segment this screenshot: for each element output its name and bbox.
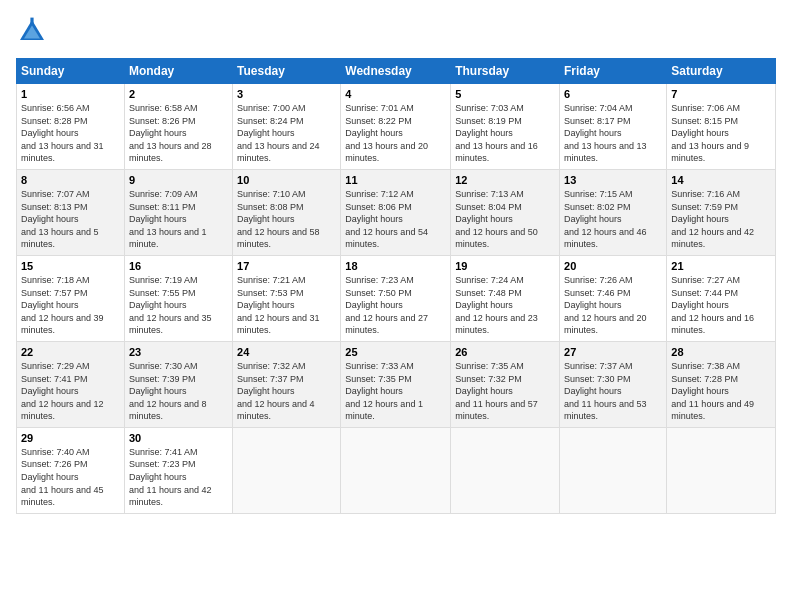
svg-rect-2: [30, 18, 33, 24]
column-header-monday: Monday: [124, 59, 232, 84]
empty-cell: [233, 427, 341, 513]
day-number: 1: [21, 88, 120, 100]
day-detail: Sunrise: 7:29 AMSunset: 7:41 PMDaylight …: [21, 361, 104, 421]
day-detail: Sunrise: 7:00 AMSunset: 8:24 PMDaylight …: [237, 103, 320, 163]
day-number: 15: [21, 260, 120, 272]
day-detail: Sunrise: 7:16 AMSunset: 7:59 PMDaylight …: [671, 189, 754, 249]
column-header-saturday: Saturday: [667, 59, 776, 84]
day-number: 9: [129, 174, 228, 186]
column-header-thursday: Thursday: [451, 59, 560, 84]
day-number: 25: [345, 346, 446, 358]
day-number: 5: [455, 88, 555, 100]
page: SundayMondayTuesdayWednesdayThursdayFrid…: [0, 0, 792, 612]
calendar-table: SundayMondayTuesdayWednesdayThursdayFrid…: [16, 58, 776, 514]
day-cell-26: 26 Sunrise: 7:35 AMSunset: 7:32 PMDaylig…: [451, 341, 560, 427]
day-number: 11: [345, 174, 446, 186]
week-row-4: 22 Sunrise: 7:29 AMSunset: 7:41 PMDaylig…: [17, 341, 776, 427]
day-detail: Sunrise: 7:15 AMSunset: 8:02 PMDaylight …: [564, 189, 647, 249]
day-number: 3: [237, 88, 336, 100]
day-cell-3: 3 Sunrise: 7:00 AMSunset: 8:24 PMDayligh…: [233, 84, 341, 170]
header-row: SundayMondayTuesdayWednesdayThursdayFrid…: [17, 59, 776, 84]
day-detail: Sunrise: 7:12 AMSunset: 8:06 PMDaylight …: [345, 189, 428, 249]
day-cell-10: 10 Sunrise: 7:10 AMSunset: 8:08 PMDaylig…: [233, 169, 341, 255]
day-detail: Sunrise: 7:01 AMSunset: 8:22 PMDaylight …: [345, 103, 428, 163]
day-detail: Sunrise: 7:09 AMSunset: 8:11 PMDaylight …: [129, 189, 207, 249]
logo: [16, 16, 52, 48]
empty-cell: [560, 427, 667, 513]
day-cell-20: 20 Sunrise: 7:26 AMSunset: 7:46 PMDaylig…: [560, 255, 667, 341]
day-cell-27: 27 Sunrise: 7:37 AMSunset: 7:30 PMDaylig…: [560, 341, 667, 427]
day-detail: Sunrise: 7:04 AMSunset: 8:17 PMDaylight …: [564, 103, 647, 163]
day-number: 30: [129, 432, 228, 444]
day-detail: Sunrise: 7:24 AMSunset: 7:48 PMDaylight …: [455, 275, 538, 335]
day-detail: Sunrise: 7:03 AMSunset: 8:19 PMDaylight …: [455, 103, 538, 163]
day-number: 26: [455, 346, 555, 358]
day-number: 28: [671, 346, 771, 358]
day-cell-14: 14 Sunrise: 7:16 AMSunset: 7:59 PMDaylig…: [667, 169, 776, 255]
day-cell-6: 6 Sunrise: 7:04 AMSunset: 8:17 PMDayligh…: [560, 84, 667, 170]
day-number: 13: [564, 174, 662, 186]
day-cell-11: 11 Sunrise: 7:12 AMSunset: 8:06 PMDaylig…: [341, 169, 451, 255]
day-cell-13: 13 Sunrise: 7:15 AMSunset: 8:02 PMDaylig…: [560, 169, 667, 255]
empty-cell: [341, 427, 451, 513]
day-number: 24: [237, 346, 336, 358]
day-detail: Sunrise: 7:07 AMSunset: 8:13 PMDaylight …: [21, 189, 99, 249]
day-cell-4: 4 Sunrise: 7:01 AMSunset: 8:22 PMDayligh…: [341, 84, 451, 170]
day-detail: Sunrise: 7:06 AMSunset: 8:15 PMDaylight …: [671, 103, 749, 163]
day-detail: Sunrise: 7:27 AMSunset: 7:44 PMDaylight …: [671, 275, 754, 335]
day-detail: Sunrise: 7:19 AMSunset: 7:55 PMDaylight …: [129, 275, 212, 335]
day-number: 2: [129, 88, 228, 100]
day-cell-18: 18 Sunrise: 7:23 AMSunset: 7:50 PMDaylig…: [341, 255, 451, 341]
day-detail: Sunrise: 6:56 AMSunset: 8:28 PMDaylight …: [21, 103, 104, 163]
day-number: 8: [21, 174, 120, 186]
day-number: 4: [345, 88, 446, 100]
day-number: 14: [671, 174, 771, 186]
day-cell-16: 16 Sunrise: 7:19 AMSunset: 7:55 PMDaylig…: [124, 255, 232, 341]
day-detail: Sunrise: 7:32 AMSunset: 7:37 PMDaylight …: [237, 361, 315, 421]
week-row-2: 8 Sunrise: 7:07 AMSunset: 8:13 PMDayligh…: [17, 169, 776, 255]
day-number: 29: [21, 432, 120, 444]
day-cell-5: 5 Sunrise: 7:03 AMSunset: 8:19 PMDayligh…: [451, 84, 560, 170]
week-row-1: 1 Sunrise: 6:56 AMSunset: 8:28 PMDayligh…: [17, 84, 776, 170]
day-number: 6: [564, 88, 662, 100]
day-detail: Sunrise: 7:21 AMSunset: 7:53 PMDaylight …: [237, 275, 320, 335]
day-cell-7: 7 Sunrise: 7:06 AMSunset: 8:15 PMDayligh…: [667, 84, 776, 170]
day-number: 23: [129, 346, 228, 358]
day-detail: Sunrise: 7:18 AMSunset: 7:57 PMDaylight …: [21, 275, 104, 335]
day-detail: Sunrise: 7:37 AMSunset: 7:30 PMDaylight …: [564, 361, 647, 421]
day-cell-22: 22 Sunrise: 7:29 AMSunset: 7:41 PMDaylig…: [17, 341, 125, 427]
column-header-wednesday: Wednesday: [341, 59, 451, 84]
day-number: 20: [564, 260, 662, 272]
week-row-3: 15 Sunrise: 7:18 AMSunset: 7:57 PMDaylig…: [17, 255, 776, 341]
logo-icon: [16, 16, 48, 48]
day-cell-2: 2 Sunrise: 6:58 AMSunset: 8:26 PMDayligh…: [124, 84, 232, 170]
day-number: 22: [21, 346, 120, 358]
day-cell-1: 1 Sunrise: 6:56 AMSunset: 8:28 PMDayligh…: [17, 84, 125, 170]
day-detail: Sunrise: 7:23 AMSunset: 7:50 PMDaylight …: [345, 275, 428, 335]
day-detail: Sunrise: 7:35 AMSunset: 7:32 PMDaylight …: [455, 361, 538, 421]
day-detail: Sunrise: 7:13 AMSunset: 8:04 PMDaylight …: [455, 189, 538, 249]
day-detail: Sunrise: 7:41 AMSunset: 7:23 PMDaylight …: [129, 447, 212, 507]
day-detail: Sunrise: 7:10 AMSunset: 8:08 PMDaylight …: [237, 189, 320, 249]
day-detail: Sunrise: 7:30 AMSunset: 7:39 PMDaylight …: [129, 361, 207, 421]
empty-cell: [667, 427, 776, 513]
day-number: 27: [564, 346, 662, 358]
day-number: 21: [671, 260, 771, 272]
day-cell-8: 8 Sunrise: 7:07 AMSunset: 8:13 PMDayligh…: [17, 169, 125, 255]
day-cell-30: 30 Sunrise: 7:41 AMSunset: 7:23 PMDaylig…: [124, 427, 232, 513]
day-cell-17: 17 Sunrise: 7:21 AMSunset: 7:53 PMDaylig…: [233, 255, 341, 341]
day-cell-12: 12 Sunrise: 7:13 AMSunset: 8:04 PMDaylig…: [451, 169, 560, 255]
day-cell-23: 23 Sunrise: 7:30 AMSunset: 7:39 PMDaylig…: [124, 341, 232, 427]
day-cell-21: 21 Sunrise: 7:27 AMSunset: 7:44 PMDaylig…: [667, 255, 776, 341]
empty-cell: [451, 427, 560, 513]
day-cell-24: 24 Sunrise: 7:32 AMSunset: 7:37 PMDaylig…: [233, 341, 341, 427]
day-number: 17: [237, 260, 336, 272]
day-number: 18: [345, 260, 446, 272]
day-number: 10: [237, 174, 336, 186]
day-cell-28: 28 Sunrise: 7:38 AMSunset: 7:28 PMDaylig…: [667, 341, 776, 427]
day-cell-9: 9 Sunrise: 7:09 AMSunset: 8:11 PMDayligh…: [124, 169, 232, 255]
day-number: 19: [455, 260, 555, 272]
day-detail: Sunrise: 6:58 AMSunset: 8:26 PMDaylight …: [129, 103, 212, 163]
day-number: 7: [671, 88, 771, 100]
day-cell-25: 25 Sunrise: 7:33 AMSunset: 7:35 PMDaylig…: [341, 341, 451, 427]
